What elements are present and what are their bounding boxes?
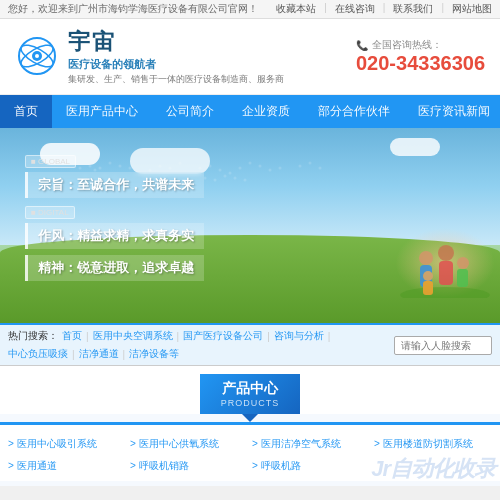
topbar-link-contact[interactable]: 联系我们 [393,2,433,16]
quick-link-equipment[interactable]: 洁净设备等 [129,347,179,361]
bottom-section: 产品中心 PRODUCTS 医用中心吸引系统 医用中心供氧系统 医用洁净空气系统… [0,366,500,486]
topbar-divider2: | [383,2,386,16]
top-bar: 您好，欢迎来到广州市海钧学海医疗设备有限公司官网！ 收藏本站 | 在线咨询 | … [0,0,500,19]
nav-item-products[interactable]: 医用产品中心 [52,95,152,128]
banner-label2: ■ DIGITAL [25,206,75,219]
products-triangle [242,414,258,422]
quick-link-clean[interactable]: 洁净通道 [79,347,119,361]
search-input[interactable] [395,338,492,353]
product-link-1[interactable]: 医用中心吸引系统 [8,435,126,453]
topbar-divider3: | [441,2,444,16]
product-link-4[interactable]: 医用楼道防切割系统 [374,435,492,453]
svg-point-28 [319,167,322,170]
svg-point-19 [219,169,222,172]
banner-family-image [395,228,495,298]
product-link-7[interactable]: 呼吸机路 [252,457,370,475]
topbar-link-home[interactable]: 收藏本站 [276,2,316,16]
products-header-wrap: 产品中心 PRODUCTS [0,366,500,414]
logo-text-group: 宇宙 医疗设备的领航者 集研发、生产、销售于一体的医疗设备制造商、服务商 [68,27,284,86]
hot-search-label: 热门搜索： [8,329,58,343]
svg-point-43 [400,287,490,298]
nav-item-partner[interactable]: 部分合作伙伴 [304,95,404,128]
products-header: 产品中心 PRODUCTS [200,374,300,414]
svg-rect-47 [439,261,453,285]
product-link-5[interactable]: 医用通道 [8,457,126,475]
quick-link-home[interactable]: 首页 [62,329,82,343]
products-title-en: PRODUCTS [220,398,280,408]
logo-icon [15,34,60,79]
svg-point-20 [229,172,232,175]
svg-point-44 [419,251,433,265]
svg-point-4 [35,54,39,58]
main-nav: 首页 医用产品中心 公司简介 企业资质 部分合作伙伴 医疗资讯新闻 招贤纳士 联… [0,95,500,128]
hotline-area: 📞 全国咨询热线： 020-34336306 [356,38,485,75]
svg-point-26 [299,165,302,168]
search-box: 🔍 [394,336,492,355]
nav-item-news[interactable]: 医疗资讯新闻 [404,95,500,128]
svg-point-40 [224,175,227,178]
nav-item-qualify[interactable]: 企业资质 [228,95,304,128]
svg-point-27 [309,162,312,165]
banner-global-label: ■ GLOBAL [25,155,76,168]
topbar-link-consult[interactable]: 在线咨询 [335,2,375,16]
svg-point-41 [234,177,237,180]
banner: ■ GLOBAL 宗旨：至诚合作，共谱未来 ■ DIGITAL 作风：精益求精，… [0,128,500,323]
quick-link-suction[interactable]: 中心负压吸痰 [8,347,68,361]
banner-slogan1: 宗旨：至诚合作，共谱未来 [25,172,204,198]
svg-rect-51 [423,281,433,295]
logo-desc: 集研发、生产、销售于一体的医疗设备制造商、服务商 [68,73,284,86]
svg-point-25 [279,167,282,170]
svg-point-50 [423,271,433,281]
nav-item-home[interactable]: 首页 [0,95,52,128]
svg-point-39 [214,179,217,182]
logo-area: 宇宙 医疗设备的领航者 集研发、生产、销售于一体的医疗设备制造商、服务商 [15,27,284,86]
banner-slogan3: 精神：锐意进取，追求卓越 [25,255,204,281]
quick-link-company[interactable]: 国产医疗设备公司 [183,329,263,343]
hotline-label-text: 全国咨询热线： [372,38,442,52]
product-link-3[interactable]: 医用洁净空气系统 [252,435,370,453]
svg-point-48 [457,257,469,269]
nav-item-about[interactable]: 公司简介 [152,95,228,128]
quick-nav-bar: 热门搜索： 首页 | 医用中央空调系统 | 国产医疗设备公司 | 咨询与分析 |… [0,323,500,366]
svg-point-21 [239,167,242,170]
top-bar-links: 收藏本站 | 在线咨询 | 联系我们 | 网站地图 [276,2,492,16]
quick-link-consult[interactable]: 咨询与分析 [274,329,324,343]
quick-nav-links: 热门搜索： 首页 | 医用中央空调系统 | 国产医疗设备公司 | 咨询与分析 |… [8,329,394,361]
banner-slogan2: 作风：精益求精，求真务实 [25,223,204,249]
product-link-2[interactable]: 医用中心供氧系统 [130,435,248,453]
topbar-divider: | [324,2,327,16]
svg-point-46 [438,245,454,261]
products-grid: 医用中心吸引系统 医用中心供氧系统 医用洁净空气系统 医用楼道防切割系统 医用通… [0,425,500,481]
product-link-6[interactable]: 呼吸机销路 [130,457,248,475]
logo-title: 宇宙 [68,27,284,57]
svg-point-42 [244,179,247,182]
svg-point-18 [209,165,212,168]
svg-point-24 [269,169,272,172]
top-bar-greeting: 您好，欢迎来到广州市海钧学海医疗设备有限公司官网！ [8,2,258,16]
logo-subtitle: 医疗设备的领航者 [68,57,284,72]
svg-rect-49 [457,269,468,287]
quick-link-hvac[interactable]: 医用中央空调系统 [93,329,173,343]
products-title: 产品中心 [220,380,280,398]
hotline-number: 020-34336306 [356,52,485,75]
phone-icon: 📞 [356,40,368,51]
svg-point-22 [249,162,252,165]
hotline-label: 📞 全国咨询热线： [356,38,485,52]
banner-content: ■ GLOBAL 宗旨：至诚合作，共谱未来 ■ DIGITAL 作风：精益求精，… [25,153,204,281]
header: 宇宙 医疗设备的领航者 集研发、生产、销售于一体的医疗设备制造商、服务商 📞 全… [0,19,500,95]
svg-point-23 [259,165,262,168]
topbar-link-sitemap[interactable]: 网站地图 [452,2,492,16]
